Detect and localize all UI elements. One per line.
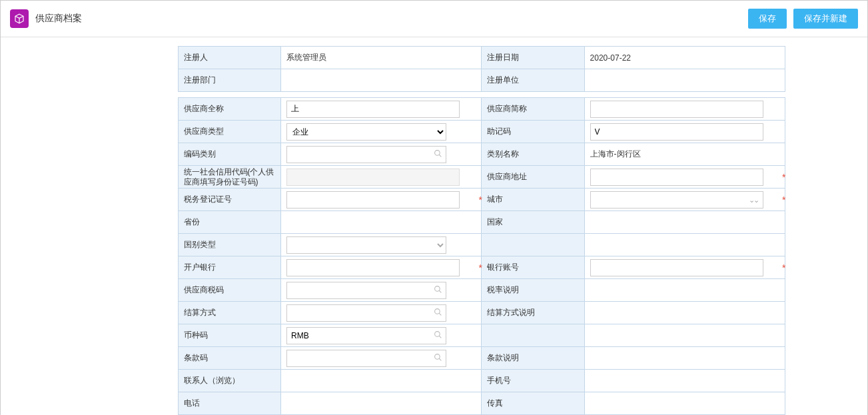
label-blank-1 — [481, 234, 584, 256]
label-term: 条款码 — [178, 347, 281, 370]
required-marker: * — [782, 195, 785, 205]
value-country — [584, 211, 785, 234]
label-city: 城市 — [481, 189, 584, 211]
required-marker: * — [782, 172, 785, 183]
required-marker: * — [479, 262, 482, 273]
value-register-dept — [281, 69, 482, 92]
label-blank-2 — [481, 324, 584, 347]
label-category-name: 类别名称 — [481, 143, 584, 166]
label-tax-desc: 税率说明 — [481, 279, 584, 302]
label-country: 国家 — [481, 211, 584, 234]
label-tax-reg: 税务登记证号 — [178, 189, 281, 211]
value-register-date: 2020-07-22 — [584, 47, 785, 69]
supplier-type-select[interactable]: 企业 — [286, 123, 446, 141]
label-currency: 币种码 — [178, 324, 281, 347]
app-logo-icon — [10, 9, 29, 28]
label-code-category: 编码类别 — [178, 143, 281, 166]
credit-code-input — [286, 169, 460, 186]
label-short-name: 供应商简称 — [481, 98, 584, 121]
required-marker: * — [782, 262, 785, 273]
label-register-dept: 注册部门 — [178, 69, 281, 92]
tax-code-lookup[interactable] — [286, 282, 446, 299]
value-registrant[interactable]: 系统管理员 — [281, 47, 482, 69]
label-term-desc: 条款说明 — [481, 347, 584, 370]
value-register-unit — [584, 69, 785, 92]
term-lookup[interactable] — [286, 350, 446, 367]
label-registrant: 注册人 — [178, 47, 281, 69]
short-name-input[interactable] — [590, 101, 763, 118]
chevron-down-icon: ⌄⌄ — [749, 195, 758, 204]
label-bank: 开户银行 — [178, 256, 281, 279]
cell-short-name — [584, 98, 785, 121]
page-title: 供应商档案 — [35, 13, 82, 25]
cell-full-name — [281, 98, 482, 121]
label-address: 供应商地址 — [481, 166, 584, 189]
label-settle-desc: 结算方式说明 — [481, 302, 584, 324]
currency-lookup[interactable] — [286, 327, 446, 344]
supplier-form-table: 供应商全称 供应商简称 供应商类型 企业 助记码 — [178, 97, 785, 415]
label-register-date: 注册日期 — [481, 47, 584, 69]
register-info-table: 注册人 系统管理员 注册日期 2020-07-22 注册部门 注册单位 — [178, 46, 785, 92]
label-register-unit: 注册单位 — [481, 69, 584, 92]
required-marker: * — [479, 195, 482, 205]
city-input[interactable] — [590, 191, 763, 208]
label-credit-code: 统一社会信用代码(个人供应商填写身份证号码) — [178, 166, 281, 189]
tax-reg-input[interactable] — [286, 191, 460, 208]
label-supplier-type: 供应商类型 — [178, 121, 281, 143]
label-mobile: 手机号 — [481, 370, 584, 392]
bank-input[interactable] — [286, 259, 460, 276]
label-settle: 结算方式 — [178, 302, 281, 324]
label-nation-type: 国别类型 — [178, 234, 281, 256]
code-category-lookup[interactable] — [286, 146, 446, 163]
label-fax: 传真 — [481, 392, 584, 415]
bank-account-input[interactable] — [590, 259, 763, 276]
settle-lookup[interactable] — [286, 304, 446, 322]
value-category-name: 上海市-闵行区 — [584, 143, 785, 166]
label-contact: 联系人（浏览） — [178, 370, 281, 392]
page-header: 供应商档案 保存 保存并新建 — [1, 1, 867, 37]
value-tax-desc — [584, 279, 785, 302]
label-province: 省份 — [178, 211, 281, 234]
full-name-input[interactable] — [286, 101, 460, 118]
label-full-name: 供应商全称 — [178, 98, 281, 121]
label-bank-account: 银行账号 — [481, 256, 584, 279]
save-and-new-button[interactable]: 保存并新建 — [793, 9, 858, 29]
label-tax-code: 供应商税码 — [178, 279, 281, 302]
value-province — [281, 211, 482, 234]
label-mnemonic: 助记码 — [481, 121, 584, 143]
label-phone: 电话 — [178, 392, 281, 415]
mnemonic-input[interactable] — [590, 123, 763, 141]
save-button[interactable]: 保存 — [748, 9, 787, 29]
nation-type-select[interactable] — [286, 236, 446, 254]
address-input[interactable] — [590, 169, 763, 186]
